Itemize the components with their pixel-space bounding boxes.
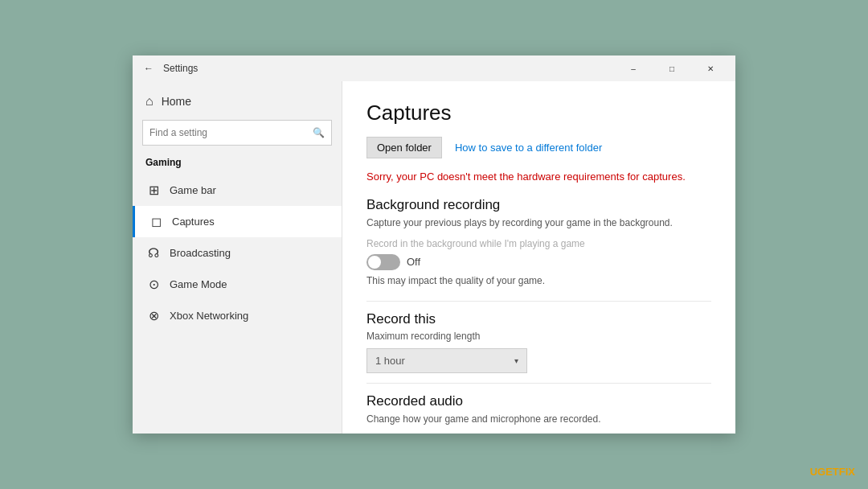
title-bar: ← Settings – □ ✕ [133, 55, 735, 81]
back-button[interactable]: ← [139, 59, 158, 78]
sidebar: ⌂ Home 🔍 Gaming ⊞ Game bar ◻ Captures ☊ … [133, 81, 342, 434]
toggle-state-label: Off [407, 256, 420, 268]
toggle-label: Record in the background while I'm playi… [366, 238, 711, 249]
ugetfix-watermark: UGETFIX [810, 466, 855, 478]
background-recording-desc: Capture your previous plays by recording… [366, 216, 711, 230]
window-body: ⌂ Home 🔍 Gaming ⊞ Game bar ◻ Captures ☊ … [133, 81, 735, 434]
record-this-title: Record this [366, 311, 711, 327]
recording-length-dropdown[interactable]: 1 hour ▾ [366, 348, 527, 373]
open-folder-button[interactable]: Open folder [366, 137, 442, 158]
watermark-suffix: FIX [839, 466, 855, 478]
search-box: 🔍 [142, 120, 332, 146]
restore-button[interactable]: □ [653, 55, 690, 81]
dropdown-row: 1 hour ▾ [366, 348, 711, 373]
watermark-prefix: U [810, 466, 817, 478]
sidebar-item-label: Xbox Networking [170, 310, 248, 322]
sidebar-section-title: Gaming [133, 154, 342, 175]
sidebar-item-xbox-networking[interactable]: ⊗ Xbox Networking [133, 300, 342, 331]
broadcasting-icon: ☊ [145, 245, 162, 261]
sidebar-item-broadcasting[interactable]: ☊ Broadcasting [133, 237, 342, 269]
action-row: Open folder How to save to a different f… [366, 137, 711, 158]
sidebar-item-game-bar[interactable]: ⊞ Game bar [133, 175, 342, 206]
toggle-row: Off [366, 254, 711, 270]
window-controls: – □ ✕ [615, 55, 729, 81]
recorded-audio-title: Recorded audio [366, 393, 711, 409]
chevron-down-icon: ▾ [514, 356, 518, 365]
background-recording-toggle[interactable] [366, 254, 400, 270]
home-icon: ⌂ [145, 94, 154, 109]
sidebar-item-game-mode[interactable]: ⊙ Game Mode [133, 269, 342, 300]
page-title: Captures [366, 101, 711, 125]
toggle-thumb [368, 256, 381, 269]
quality-note: This may impact the quality of your game… [366, 275, 711, 286]
recorded-audio-desc: Change how your game and microphone are … [366, 413, 711, 426]
game-bar-icon: ⊞ [145, 183, 162, 198]
watermark-highlight: GET [817, 466, 839, 478]
minimize-button[interactable]: – [615, 55, 652, 81]
captures-icon: ◻ [148, 214, 164, 229]
search-icon: 🔍 [313, 127, 325, 138]
sidebar-item-captures[interactable]: ◻ Captures [133, 206, 342, 237]
sidebar-item-label: Game bar [170, 184, 216, 196]
divider [366, 301, 711, 302]
sidebar-item-label: Captures [172, 216, 215, 228]
main-content: Captures Open folder How to save to a di… [342, 81, 735, 434]
settings-window: ← Settings – □ ✕ ⌂ Home 🔍 Gaming ⊞ Game … [133, 55, 735, 434]
sidebar-item-label: Game Mode [170, 278, 227, 290]
sidebar-item-label: Broadcasting [170, 247, 231, 259]
window-title: Settings [163, 63, 615, 74]
divider-2 [366, 383, 711, 384]
error-text: Sorry, your PC doesn't meet the hardware… [366, 170, 711, 184]
how-to-save-link[interactable]: How to save to a different folder [455, 142, 602, 154]
home-label: Home [162, 95, 191, 108]
close-button[interactable]: ✕ [692, 55, 729, 81]
sidebar-home[interactable]: ⌂ Home [133, 88, 342, 115]
dropdown-value: 1 hour [375, 355, 405, 367]
xbox-icon: ⊗ [145, 308, 162, 323]
search-input[interactable] [149, 127, 313, 138]
max-length-label: Maximum recording length [366, 331, 711, 342]
background-recording-title: Background recording [366, 197, 711, 213]
game-mode-icon: ⊙ [145, 277, 162, 292]
